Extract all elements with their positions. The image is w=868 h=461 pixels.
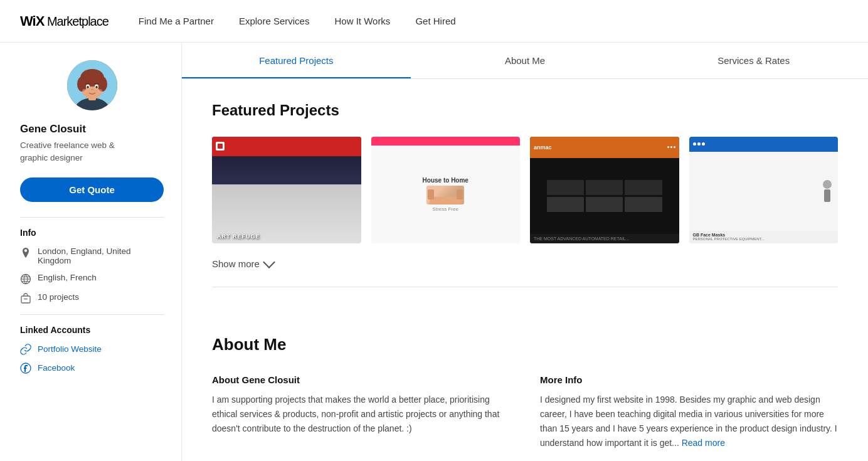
card-house-label: House to Home xyxy=(423,177,468,184)
project-card-gb-face-masks[interactable]: GB Face Masks PERSONAL PROTECTIVE EQUIPM… xyxy=(689,137,839,243)
about-gene-text: I am supporting projects that makes the … xyxy=(212,393,510,436)
featured-projects-section: Featured Projects ART REFUGE xyxy=(182,79,868,310)
profile-tagline: Creative freelance web &graphic designer xyxy=(20,139,164,165)
featured-projects-title: Featured Projects xyxy=(212,102,838,119)
info-section-title: Info xyxy=(20,228,164,238)
get-quote-button[interactable]: Get Quote xyxy=(20,178,164,202)
svg-point-12 xyxy=(97,89,102,93)
projects-icon xyxy=(20,293,31,304)
tab-featured-projects[interactable]: Featured Projects xyxy=(182,43,411,78)
info-projects: 10 projects xyxy=(20,292,164,304)
svg-point-10 xyxy=(95,86,98,88)
about-me-section: About Me About Gene Closuit I am support… xyxy=(182,310,868,461)
nav-item-get-hired[interactable]: Get Hired xyxy=(415,16,455,26)
portfolio-link[interactable]: Portfolio Website xyxy=(38,344,102,354)
svg-point-9 xyxy=(87,86,89,88)
navbar: WiX Marketplace Find Me a Partner Explor… xyxy=(0,0,868,43)
tab-about-me[interactable]: About Me xyxy=(411,43,640,78)
project-card-house-to-home[interactable]: House to Home Stress Free xyxy=(371,137,521,243)
about-left-col: About Gene Closuit I am supporting proje… xyxy=(212,374,510,450)
avatar xyxy=(67,60,117,110)
info-language: English, French xyxy=(20,273,164,285)
nav-item-explore-services[interactable]: Explore Services xyxy=(239,16,310,26)
about-gene-title: About Gene Closuit xyxy=(212,374,510,385)
facebook-link[interactable]: Facebook xyxy=(38,363,75,373)
nav-item-how-it-works[interactable]: How It Works xyxy=(334,16,390,26)
svg-rect-14 xyxy=(21,296,30,303)
card-art-refuge-label: ART REFUGE xyxy=(217,233,356,240)
svg-point-11 xyxy=(82,89,87,93)
nav-link-find-partner[interactable]: Find Me a Partner xyxy=(139,16,214,26)
nav-links: Find Me a Partner Explore Services How I… xyxy=(139,16,456,26)
content-area: Featured Projects About Me Services & Ra… xyxy=(182,43,868,461)
about-right-col: More Info I designed my first website in… xyxy=(540,374,838,450)
profile-name: Gene Closuit xyxy=(20,123,164,135)
wix-logo-text: WiX Marketplace xyxy=(20,13,109,29)
info-location: London, England, United Kingdom xyxy=(20,246,164,265)
nav-link-explore-services[interactable]: Explore Services xyxy=(239,16,310,26)
sidebar: Gene Closuit Creative freelance web &gra… xyxy=(0,43,182,461)
nav-link-get-hired[interactable]: Get Hired xyxy=(415,16,455,26)
avatar-image xyxy=(67,60,117,110)
read-more-link[interactable]: Read more xyxy=(682,438,725,448)
location-text: London, England, United Kingdom xyxy=(38,246,164,265)
tab-services-rates[interactable]: Services & Rates xyxy=(639,43,868,78)
chevron-down-icon xyxy=(263,256,275,268)
linked-section-title: Linked Accounts xyxy=(20,325,164,335)
nav-link-how-it-works[interactable]: How It Works xyxy=(334,16,390,26)
link-icon xyxy=(20,344,31,355)
more-info-title: More Info xyxy=(540,374,838,385)
nav-item-find-partner[interactable]: Find Me a Partner xyxy=(139,16,214,26)
linked-facebook[interactable]: Facebook xyxy=(20,363,164,374)
project-card-anmac[interactable]: anmac xyxy=(530,137,679,243)
brand-logo[interactable]: WiX Marketplace xyxy=(20,13,109,29)
language-text: English, French xyxy=(38,273,97,282)
project-card-art-refuge[interactable]: ART REFUGE xyxy=(212,137,361,243)
about-columns: About Gene Closuit I am supporting proje… xyxy=(212,374,838,450)
main-layout: Gene Closuit Creative freelance web &gra… xyxy=(0,43,868,461)
facebook-icon xyxy=(20,363,31,374)
card-gb-label: GB Face Masks xyxy=(693,233,835,237)
location-icon xyxy=(20,247,31,258)
more-info-text: I designed my first website in 1998. Bes… xyxy=(540,393,838,450)
profile-tabs: Featured Projects About Me Services & Ra… xyxy=(182,43,868,79)
show-more-button[interactable]: Show more xyxy=(212,258,838,287)
linked-portfolio[interactable]: Portfolio Website xyxy=(20,344,164,355)
card-anmac-label: anmac xyxy=(534,144,552,151)
globe-icon xyxy=(20,273,31,285)
show-more-label: Show more xyxy=(212,258,260,269)
svg-rect-15 xyxy=(24,299,28,299)
about-me-title: About Me xyxy=(212,335,838,354)
avatar-area xyxy=(20,60,164,110)
projects-count: 10 projects xyxy=(38,292,79,302)
projects-grid: ART REFUGE House to Home xyxy=(212,137,838,243)
divider-1 xyxy=(20,217,164,218)
divider-2 xyxy=(20,314,164,315)
